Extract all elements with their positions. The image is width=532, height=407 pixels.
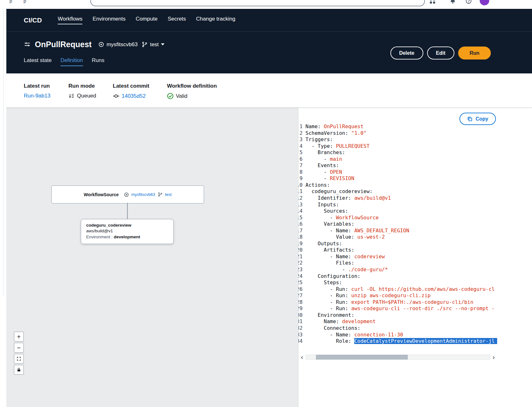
yaml-line: - Name: connection-11-30	[305, 332, 497, 338]
workflow-definition-value: Valid	[176, 93, 188, 99]
yaml-line: Artifacts:	[305, 247, 497, 254]
yaml-line: - Run: aws-codeguru-cli --root-dir ./src…	[305, 305, 497, 312]
copy-button[interactable]: Copy	[459, 113, 496, 125]
source-node-branch-link[interactable]: test	[165, 192, 172, 197]
line-number: 4	[298, 143, 303, 150]
line-number: 21	[298, 254, 303, 260]
user-avatar[interactable]	[480, 0, 489, 5]
line-number: 24	[298, 273, 303, 280]
nav-tab-environments[interactable]: Environments	[93, 16, 125, 24]
zoom-out-button[interactable]: −	[14, 343, 24, 353]
latest-commit-link[interactable]: 14035d52	[122, 93, 146, 99]
nav-tab-change-tracking[interactable]: Change tracking	[196, 16, 235, 24]
yaml-line: Events:	[305, 162, 497, 169]
nav-tab-compute[interactable]: Compute	[136, 16, 157, 24]
yaml-line: - Name: codereview	[305, 254, 497, 260]
chevron-down-icon	[161, 43, 164, 46]
right-page-gutter	[497, 108, 532, 407]
global-search-input[interactable]	[90, 0, 425, 6]
cicd-nav-bar: CI/CD WorkflowsEnvironmentsComputeSecret…	[6, 9, 532, 32]
latest-run-link[interactable]: Run-9ab13	[24, 93, 50, 99]
repo-group: mysfitscvb63	[98, 41, 138, 48]
yaml-definition-panel: Copy 12345678910111213141516171819202122…	[298, 108, 497, 407]
workflow-definition-column: Workflow definition Valid	[167, 83, 217, 107]
line-number: 34	[298, 338, 303, 345]
yaml-line: codeguru_codereview:	[305, 188, 497, 195]
yaml-code-viewer[interactable]: 1234567891011121314151617181920212223242…	[298, 108, 497, 354]
source-node-title: WorkflowSource	[84, 192, 119, 197]
line-number: 16	[298, 221, 303, 228]
line-number: 26	[298, 286, 303, 293]
notifications-bell-icon[interactable]	[449, 0, 456, 4]
latest-commit-label: Latest commit	[113, 83, 167, 89]
apps-grid-icon[interactable]	[429, 0, 436, 4]
yaml-line: Value: us-west-2	[305, 234, 497, 241]
collapsed-sidenav-divider	[3, 9, 3, 296]
line-number: 22	[298, 260, 303, 266]
cicd-heading: CI/CD	[24, 16, 42, 24]
yaml-line: Steps:	[305, 279, 497, 286]
yaml-line: Inputs:	[305, 202, 497, 208]
yaml-line: Connections:	[305, 325, 497, 332]
latest-run-label: Latest run	[24, 83, 68, 89]
source-node-repo-link[interactable]: mysfitscvb63	[131, 192, 155, 197]
repository-icon	[124, 192, 129, 197]
workflow-diagram-canvas[interactable]: WorkflowSource mysfitscvb63 test codegur…	[6, 108, 298, 407]
scroll-left-arrow[interactable]: ‹	[298, 354, 305, 360]
line-number: 5	[298, 149, 303, 156]
line-number: 10	[298, 182, 303, 189]
fit-to-screen-button[interactable]	[14, 354, 24, 364]
yaml-line: Outputs:	[305, 241, 497, 247]
yaml-line: Identifier: aws/build@v1	[305, 195, 497, 202]
subtab-runs[interactable]: Runs	[92, 57, 105, 66]
line-number: 8	[298, 169, 303, 176]
line-number: 19	[298, 241, 303, 247]
line-number: 32	[298, 325, 303, 332]
yaml-line: - Run: curl -OL https://github.com/aws/a…	[305, 286, 497, 293]
zoom-in-button[interactable]: +	[14, 332, 24, 341]
clipped-header-text: pp	[10, 0, 38, 3]
line-number: 11	[298, 188, 303, 195]
latest-run-column: Latest run Run-9ab13	[24, 83, 68, 107]
line-number: 25	[298, 279, 303, 286]
workflow-source-node[interactable]: WorkflowSource mysfitscvb63 test	[51, 185, 204, 204]
line-number: 2	[298, 130, 303, 137]
workflow-icon	[24, 41, 31, 48]
workflow-edge-connector	[127, 203, 128, 219]
selected-text: CodeCatalystPreviewDevelopmentAdministra…	[354, 338, 497, 344]
nav-tab-workflows[interactable]: Workflows	[58, 16, 82, 24]
yaml-line: Environment:	[305, 312, 497, 319]
branch-selector[interactable]: test	[142, 41, 164, 48]
yaml-line: Role: CodeCatalystPreviewDevelopmentAdmi…	[305, 338, 497, 345]
subtab-definition[interactable]: Definition	[61, 57, 83, 66]
codeguru-action-node[interactable]: codeguru_codereview aws/build@v1 Environ…	[81, 219, 174, 244]
yaml-line: Name: development	[305, 318, 497, 325]
line-number: 30	[298, 312, 303, 319]
scrollbar-thumb[interactable]	[316, 355, 408, 360]
repository-icon	[98, 41, 104, 47]
repo-name: mysfitscvb63	[106, 41, 138, 48]
line-number: 13	[298, 202, 303, 208]
scroll-right-arrow[interactable]: ›	[490, 354, 497, 360]
yaml-line: - REVISION	[305, 175, 497, 182]
yaml-line: - Name: AWS_DEFAULT_REGION	[305, 228, 497, 234]
scrollbar-track[interactable]	[305, 354, 490, 360]
lock-canvas-button[interactable]	[14, 365, 24, 375]
line-number: 1	[298, 123, 303, 130]
yaml-line: Actions:	[305, 182, 497, 189]
copy-icon	[467, 116, 473, 122]
git-branch-icon	[142, 41, 148, 47]
nav-tab-secrets[interactable]: Secrets	[168, 16, 186, 24]
help-icon[interactable]	[465, 0, 472, 4]
line-number: 20	[298, 247, 303, 254]
run-mode-value: Queued	[77, 93, 96, 99]
line-number: 27	[298, 292, 303, 299]
edit-button[interactable]: Edit	[427, 47, 454, 59]
line-number: 3	[298, 136, 303, 143]
workflow-info-bar: Latest run Run-9ab13 Run mode Queued Lat…	[6, 73, 532, 108]
delete-button[interactable]: Delete	[390, 47, 423, 59]
subtab-latest-state[interactable]: Latest state	[24, 57, 52, 66]
action-node-identifier: aws/build@v1	[86, 229, 168, 233]
yaml-line: SchemaVersion: "1.0"	[305, 130, 497, 137]
run-button[interactable]: Run	[458, 47, 491, 59]
